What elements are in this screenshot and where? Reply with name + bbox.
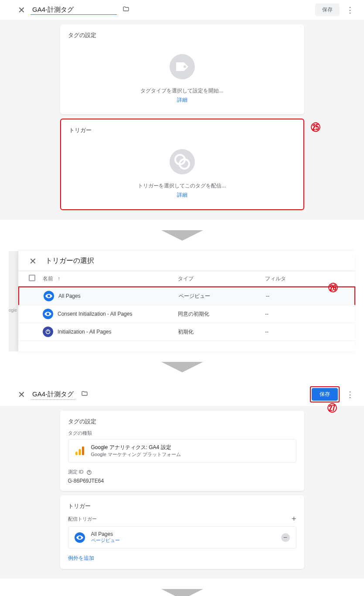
svg-rect-5 (82, 446, 84, 455)
annotation-25: ㉕ (311, 122, 320, 133)
power-icon (43, 327, 53, 337)
assigned-trigger-row[interactable]: All Pages ページビュー − (68, 526, 296, 548)
save-button[interactable]: 保存 (312, 388, 338, 401)
trigger-table-header: 名前 ↑ タイプ フィルタ (18, 271, 355, 286)
consent-icon (43, 309, 53, 319)
tag-editor-header: ✕ 保存 ⋮ (0, 0, 364, 20)
add-trigger-icon[interactable]: + (292, 514, 296, 524)
close-icon[interactable]: ✕ (17, 390, 25, 399)
tag-editor-header: ✕ GA4-計測タグ 保存 ⋮ (0, 383, 364, 406)
config-card-title: タグの設定 (68, 31, 296, 39)
trigger-name: All Pages (91, 531, 120, 537)
arrow-down-icon (161, 362, 203, 372)
trigger-card-title: トリガー (68, 502, 296, 510)
trigger-row-init[interactable]: Initialization - All Pages 初期化 -- (18, 323, 355, 341)
tagtype-sub: Google マーケティング プラットフォーム (91, 451, 181, 458)
trigger-card[interactable]: トリガー 配信トリガー + All Pages ページビュー − 例外を追加 (60, 495, 304, 569)
tagtype-selection[interactable]: Google アナリティクス: GA4 設定 Google マーケティング プラ… (68, 439, 296, 463)
checkbox-all[interactable] (29, 275, 35, 281)
trigger-card-title: トリガー (69, 126, 296, 134)
trigger-selection-panel: ✕ トリガーの選択 名前 ↑ タイプ フィルタ All Pages (18, 251, 355, 351)
trigger-detail-link[interactable]: 詳細 (69, 191, 296, 199)
save-button[interactable]: 保存 (315, 3, 340, 16)
more-icon[interactable]: ⋮ (345, 390, 355, 399)
close-icon[interactable]: ✕ (29, 257, 37, 266)
pageview-icon (44, 291, 54, 301)
measid-label: 測定 ID (68, 469, 296, 475)
folder-icon[interactable] (81, 390, 88, 398)
annotation-27: ㉗ (327, 403, 337, 414)
tag-title-input[interactable] (31, 5, 117, 15)
pageview-icon (75, 532, 85, 543)
col-name-header[interactable]: 名前 ↑ (43, 275, 178, 283)
tag-config-card[interactable]: タグの設定 タグタイプを選択して設定を開始... 詳細 (60, 24, 304, 114)
arrow-down-icon (161, 589, 203, 596)
trigger-row-all-pages[interactable]: All Pages ページビュー -- (18, 286, 355, 305)
trigger-type: ページビュー (91, 537, 120, 544)
tag-title[interactable]: GA4-計測タグ (31, 389, 75, 400)
svg-rect-3 (75, 452, 78, 455)
close-icon[interactable]: ✕ (17, 6, 25, 14)
config-card-title: タグの設定 (68, 418, 296, 426)
col-filter-header[interactable]: フィルタ (265, 275, 345, 283)
col-type-header[interactable]: タイプ (178, 275, 265, 283)
folder-icon[interactable] (122, 6, 130, 14)
fire-trigger-label: 配信トリガー (68, 516, 97, 522)
tagtype-label: タグの種類 (68, 430, 296, 436)
tag-placeholder-icon (170, 54, 195, 79)
more-icon[interactable]: ⋮ (345, 5, 355, 15)
annotation-26: ㉖ (328, 283, 338, 294)
svg-rect-4 (78, 449, 81, 455)
ga-icon (75, 446, 85, 456)
trigger-selection-title: トリガーの選択 (45, 256, 94, 266)
trigger-placeholder-icon (170, 149, 195, 174)
trigger-empty-text: トリガーを選択してこのタグを配信... (69, 182, 296, 190)
svg-point-0 (184, 65, 186, 68)
tag-config-card[interactable]: タグの設定 タグの種類 Google アナリティクス: GA4 設定 Googl… (60, 411, 304, 491)
background-sliver: ogle (9, 251, 18, 351)
add-exception-link[interactable]: 例外を追加 (68, 555, 296, 562)
config-detail-link[interactable]: 詳細 (68, 96, 296, 104)
trigger-row-consent-init[interactable]: Consent Initialization - All Pages 同意の初期… (18, 305, 355, 323)
measurement-id-value: G-86P69JTE64 (68, 478, 296, 484)
help-icon[interactable] (87, 470, 92, 475)
remove-trigger-icon[interactable]: − (281, 533, 290, 542)
trigger-card[interactable]: トリガー トリガーを選択してこのタグを配信... 詳細 (60, 119, 304, 210)
tagtype-name: Google アナリティクス: GA4 設定 (91, 444, 181, 451)
config-empty-text: タグタイプを選択して設定を開始... (68, 87, 296, 95)
arrow-down-icon (161, 230, 203, 241)
